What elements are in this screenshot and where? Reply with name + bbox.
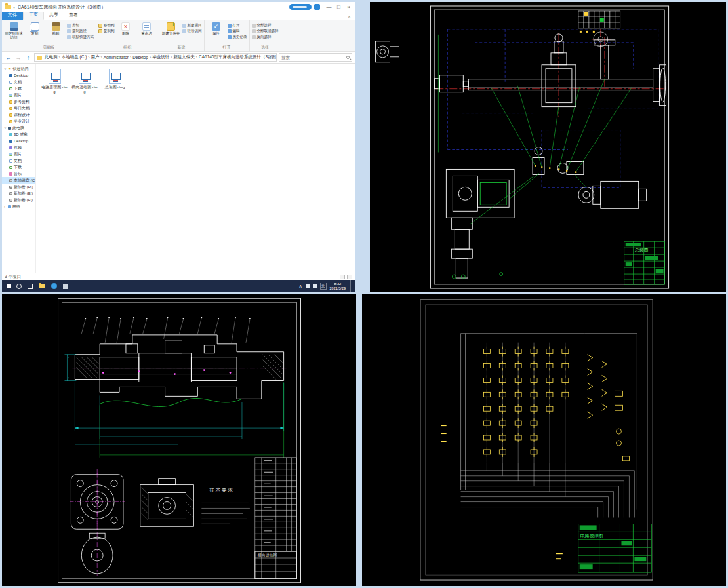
search-box[interactable] (279, 53, 352, 62)
task-view-icon[interactable] (28, 284, 33, 289)
open-button[interactable]: 打开 (228, 23, 247, 28)
sidebar-item-3d-objects[interactable]: 3D 对象 (2, 131, 35, 138)
tab-view[interactable]: 查看 (64, 11, 83, 20)
paste-shortcut-button[interactable]: 粘贴快捷方式 (67, 35, 94, 39)
rename-button[interactable]: 重命名 (137, 22, 157, 35)
show-desktop-button[interactable] (350, 280, 352, 292)
sidebar-item-folder[interactable]: 参考资料 (2, 98, 35, 105)
sidebar-item-music[interactable]: 音乐 (2, 170, 35, 177)
cortana-search-icon[interactable] (16, 284, 22, 289)
copy-path-button[interactable]: 复制路径 (67, 29, 94, 33)
sidebar-item-folder[interactable]: 每日文档 (2, 105, 35, 111)
file-explorer-taskbar-icon[interactable] (39, 284, 45, 288)
dwg-file-icon (109, 69, 121, 84)
sidebar-item-desktop[interactable]: Desktop (2, 138, 35, 144)
breadcrumb-segment[interactable]: 毕业设计 (152, 54, 170, 60)
sidebar-item-downloads[interactable]: 下载 (2, 85, 35, 92)
chevron-down-icon[interactable]: ▾ (13, 5, 15, 9)
cut-icon (67, 24, 71, 28)
browser-taskbar-icon[interactable] (51, 283, 57, 289)
file-assembly-dwg[interactable]: 总装图.dwg (102, 69, 128, 90)
select-all-button[interactable]: 全部选择 (252, 23, 279, 28)
sidebar-item-folder[interactable]: 毕业设计 (2, 118, 35, 125)
minimize-button[interactable]: — (324, 4, 334, 10)
easy-access-button[interactable]: 轻松访问 (182, 29, 202, 33)
mini-table (578, 11, 620, 47)
tray-chevron-icon[interactable]: ∧ (298, 284, 302, 289)
breadcrumb-segment[interactable]: 此电脑 (44, 54, 58, 60)
tab-file[interactable]: 文件 (2, 11, 23, 20)
properties-button[interactable]: 属性 (207, 22, 226, 35)
copy-to-button[interactable]: 复制到 (98, 29, 115, 33)
thumbnail-view-icon[interactable] (347, 275, 352, 279)
history-button[interactable]: 历史记录 (228, 35, 247, 39)
sidebar-item-volume-f[interactable]: 新加卷 (F:) (2, 197, 35, 203)
clock[interactable]: 8:32 2021/3/29 (330, 282, 346, 290)
edit-button[interactable]: 编辑 (228, 29, 247, 33)
section-label: 此电脑 (12, 125, 24, 131)
sidebar-item-volume-e[interactable]: 新加卷 (E:) (2, 190, 35, 197)
file-circuit-dwg[interactable]: 电路原理图.dwg (41, 69, 68, 94)
cad-circuit-drawing: 电路原理图 (362, 294, 726, 586)
search-input[interactable] (281, 55, 346, 60)
sidebar-item-volume-d[interactable]: 新加卷 (D:) (2, 184, 35, 190)
volume-icon[interactable] (313, 284, 317, 288)
new-folder-button[interactable]: 新建文件夹 (161, 22, 181, 35)
pin-to-quick-access-button[interactable]: 固定到快速访问 (4, 22, 24, 39)
bracket-detail (140, 479, 194, 527)
network-icon[interactable] (306, 284, 310, 288)
notes-heading: 技术要求 (209, 487, 234, 493)
up-icon[interactable]: ↑ (24, 54, 32, 61)
delete-icon (121, 22, 130, 31)
drawing-title: 电路原理图 (580, 534, 603, 539)
copy-button[interactable]: 复制 (25, 22, 45, 35)
sidebar-item-desktop[interactable]: Desktop (2, 72, 35, 79)
select-none-button[interactable]: 全部取消选择 (252, 29, 279, 33)
sidebar-item-documents[interactable]: 文档 (2, 79, 35, 85)
delete-button[interactable]: 删除 (116, 22, 136, 35)
button-label: 复制 (31, 31, 39, 35)
breadcrumb-segment[interactable]: 本地磁盘 (C:) (61, 54, 88, 60)
group-label: 剪贴板 (2, 45, 96, 51)
cloud-sync-badge[interactable] (289, 4, 312, 10)
breadcrumb-segment[interactable]: 用户 (90, 54, 100, 60)
collapse-ribbon-icon[interactable]: ∧ (348, 14, 351, 20)
file-crossfeed-dwg[interactable]: 横向进给图.dwg (71, 69, 98, 94)
close-button[interactable]: × (344, 4, 354, 10)
breadcrumb-segment[interactable]: CA6140型车床横向进给系统设计（3张图） (198, 54, 277, 60)
button-label: 全部选择 (257, 23, 272, 28)
button-label: 删除 (122, 31, 129, 35)
ime-indicator[interactable]: 英 (320, 283, 327, 290)
forward-icon[interactable]: → (14, 54, 22, 61)
cut-button[interactable]: 剪切 (67, 23, 94, 28)
drawing-title: 总装图 (634, 248, 649, 253)
sidebar-section-network[interactable]: ›网络 (2, 203, 35, 210)
breadcrumb-segment[interactable]: Administrator (103, 55, 129, 60)
maximize-button[interactable]: □ (334, 4, 344, 10)
back-icon[interactable]: ← (5, 54, 12, 61)
sidebar-item-pictures[interactable]: 图片 (2, 151, 35, 157)
sidebar-section-quick-access[interactable]: ∨★快速访问 (2, 66, 35, 72)
sidebar-item-local-disk-c[interactable]: 本地磁盘 (C:) (2, 177, 35, 184)
app-taskbar-icon[interactable] (63, 284, 68, 289)
breadcrumb-segment[interactable]: Desktop (132, 55, 149, 60)
folder-icon (9, 113, 12, 117)
button-label: 轻松访问 (188, 29, 202, 33)
folder-icon (37, 56, 42, 60)
paste-button[interactable]: 粘贴 (46, 22, 66, 35)
tab-share[interactable]: 共享 (44, 11, 64, 20)
move-to-button[interactable]: 移动到 (98, 23, 115, 28)
sidebar-item-pictures[interactable]: 图片 (2, 92, 35, 98)
sidebar-section-this-pc[interactable]: ∨此电脑 (2, 125, 35, 131)
breadcrumb-segment[interactable]: 新建文件夹 (172, 54, 195, 60)
sidebar-item-videos[interactable]: 视频 (2, 144, 35, 151)
sidebar-item-folder[interactable]: 课程设计 (2, 111, 35, 118)
new-item-button[interactable]: 新建项目 (182, 23, 202, 28)
picture-icon (9, 153, 12, 156)
sidebar-item-downloads[interactable]: 下载 (2, 164, 35, 170)
breadcrumb[interactable]: 此电脑› 本地磁盘 (C:)› 用户› Administrator› Deskt… (34, 53, 277, 62)
sidebar-item-documents[interactable]: 文档 (2, 157, 35, 164)
details-view-icon[interactable] (340, 275, 345, 279)
start-button-icon[interactable] (7, 284, 9, 286)
invert-selection-button[interactable]: 反向选择 (252, 35, 279, 39)
